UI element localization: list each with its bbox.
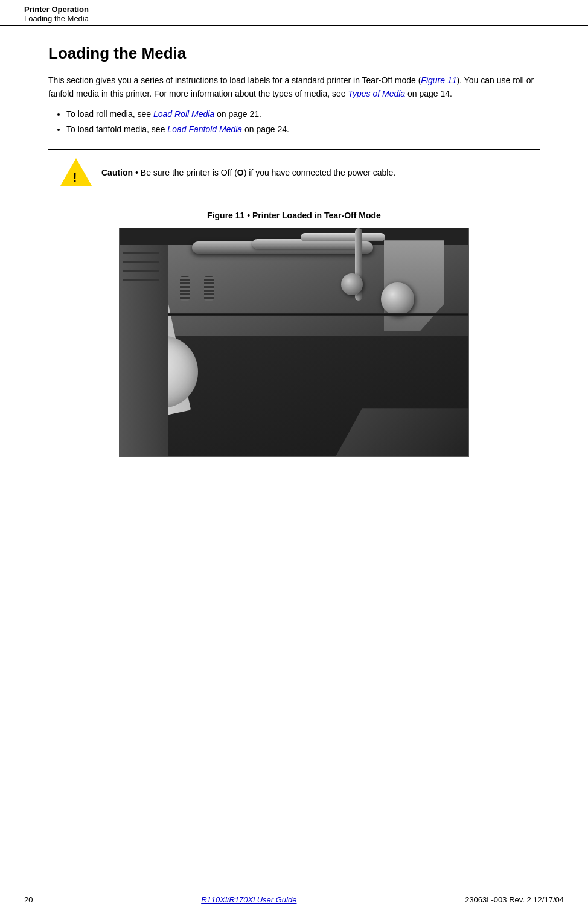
bullet1-suffix: on page 21. — [214, 109, 261, 119]
types-of-media-link[interactable]: Types of Media — [348, 89, 405, 98]
bullet-item-1: To load roll media, see Load Roll Media … — [66, 107, 540, 122]
rib-2 — [123, 261, 159, 263]
load-roll-media-link[interactable]: Load Roll Media — [153, 109, 214, 119]
header: Printer Operation Loading the Media — [0, 0, 588, 26]
bullet1-prefix: To load roll media, see — [66, 109, 153, 119]
rib-3 — [123, 270, 159, 272]
caution-body: • Be sure the printer is Off (O) if you … — [133, 168, 395, 177]
figure-caption: Figure 11 • Printer Loaded in Tear-Off M… — [48, 211, 540, 220]
caution-icon-wrapper: ! — [60, 158, 89, 187]
caution-text: Caution • Be sure the printer is Off (O)… — [101, 167, 395, 179]
intro-text-1: This section gives you a series of instr… — [48, 75, 534, 98]
footer-doc-title: R110Xi/R170Xi User Guide — [201, 895, 296, 904]
knob-small — [341, 273, 363, 295]
spring-left — [180, 276, 190, 301]
printer-image — [119, 228, 469, 457]
bullet2-prefix: To load fanfold media, see — [66, 124, 167, 134]
intro-paragraph: This section gives you a series of instr… — [48, 74, 540, 101]
roller-top — [301, 233, 385, 241]
page-title: Loading the Media — [48, 44, 540, 63]
bullet2-suffix: on page 24. — [242, 124, 289, 134]
caution-box: ! Caution • Be sure the printer is Off (… — [48, 149, 540, 196]
footer-page-number: 20 — [24, 895, 33, 904]
figure-11-link[interactable]: Figure 11 — [421, 75, 456, 85]
caution-bold-O: O — [237, 168, 244, 177]
breadcrumb-sub: Loading the Media — [24, 14, 564, 23]
breadcrumb-top: Printer Operation — [24, 5, 564, 14]
intro-text-2: on page 14. — [405, 89, 452, 98]
tear-bar — [120, 313, 468, 316]
figure-container: Figure 11 • Printer Loaded in Tear-Off M… — [48, 211, 540, 457]
rib-1 — [123, 252, 159, 254]
load-fanfold-media-link[interactable]: Load Fanfold Media — [167, 124, 242, 134]
caution-exclamation: ! — [72, 171, 77, 184]
footer: 20 R110Xi/R170Xi User Guide 23063L-003 R… — [0, 890, 588, 909]
spring-right — [204, 276, 214, 301]
caution-label: Caution — [101, 168, 133, 177]
bullet-item-2: To load fanfold media, see Load Fanfold … — [66, 122, 540, 137]
knob-right — [381, 282, 414, 316]
main-content: Loading the Media This section gives you… — [0, 26, 588, 493]
bullet-list: To load roll media, see Load Roll Media … — [66, 107, 540, 137]
footer-doc-info: 23063L-003 Rev. 2 12/17/04 — [465, 895, 564, 904]
left-panel — [120, 245, 168, 456]
rib-4 — [123, 279, 159, 281]
